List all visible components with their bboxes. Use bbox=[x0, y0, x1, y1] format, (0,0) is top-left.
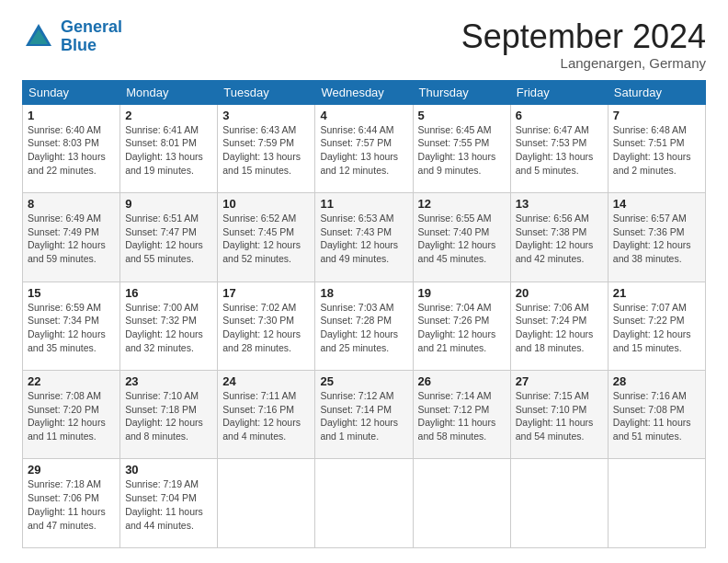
day-number: 15 bbox=[28, 286, 115, 300]
day-info: Sunrise: 6:57 AM Sunset: 7:36 PM Dayligh… bbox=[613, 212, 700, 266]
day-number: 14 bbox=[613, 197, 700, 211]
day-info: Sunrise: 7:03 AM Sunset: 7:28 PM Dayligh… bbox=[320, 301, 407, 355]
calendar-cell: 16Sunrise: 7:00 AM Sunset: 7:32 PM Dayli… bbox=[120, 282, 218, 370]
day-info: Sunrise: 6:51 AM Sunset: 7:47 PM Dayligh… bbox=[125, 212, 212, 266]
day-number: 16 bbox=[125, 286, 212, 300]
day-number: 22 bbox=[28, 374, 115, 388]
calendar-cell bbox=[413, 459, 510, 548]
calendar-week-row: 1Sunrise: 6:40 AM Sunset: 8:03 PM Daylig… bbox=[23, 104, 706, 192]
calendar-cell: 14Sunrise: 6:57 AM Sunset: 7:36 PM Dayli… bbox=[608, 193, 705, 282]
calendar-cell: 29Sunrise: 7:18 AM Sunset: 7:06 PM Dayli… bbox=[23, 459, 120, 548]
calendar-cell: 10Sunrise: 6:52 AM Sunset: 7:45 PM Dayli… bbox=[218, 193, 315, 282]
calendar-cell: 28Sunrise: 7:16 AM Sunset: 7:08 PM Dayli… bbox=[608, 371, 705, 459]
day-info: Sunrise: 7:00 AM Sunset: 7:32 PM Dayligh… bbox=[125, 301, 212, 355]
calendar-week-row: 15Sunrise: 6:59 AM Sunset: 7:34 PM Dayli… bbox=[23, 282, 706, 370]
calendar-cell: 21Sunrise: 7:07 AM Sunset: 7:22 PM Dayli… bbox=[608, 282, 705, 370]
day-info: Sunrise: 6:48 AM Sunset: 7:51 PM Dayligh… bbox=[613, 123, 700, 178]
day-header-saturday: Saturday bbox=[608, 80, 705, 104]
calendar-cell: 4Sunrise: 6:44 AM Sunset: 7:57 PM Daylig… bbox=[315, 104, 413, 192]
day-header-wednesday: Wednesday bbox=[315, 80, 413, 104]
page: General Blue September 2024 Langenargen,… bbox=[0, 0, 728, 563]
calendar-cell: 17Sunrise: 7:02 AM Sunset: 7:30 PM Dayli… bbox=[218, 282, 315, 370]
calendar-cell: 18Sunrise: 7:03 AM Sunset: 7:28 PM Dayli… bbox=[315, 282, 413, 370]
day-number: 18 bbox=[320, 286, 407, 300]
day-info: Sunrise: 6:49 AM Sunset: 7:49 PM Dayligh… bbox=[28, 212, 115, 266]
day-info: Sunrise: 7:02 AM Sunset: 7:30 PM Dayligh… bbox=[222, 301, 310, 355]
day-number: 24 bbox=[222, 374, 310, 388]
day-info: Sunrise: 6:41 AM Sunset: 8:01 PM Dayligh… bbox=[125, 123, 212, 178]
day-number: 4 bbox=[320, 109, 407, 122]
calendar-cell: 27Sunrise: 7:15 AM Sunset: 7:10 PM Dayli… bbox=[510, 371, 608, 459]
logo-blue-text: Blue bbox=[61, 36, 97, 54]
day-info: Sunrise: 7:06 AM Sunset: 7:24 PM Dayligh… bbox=[516, 301, 603, 355]
day-number: 27 bbox=[516, 374, 603, 388]
calendar-week-row: 29Sunrise: 7:18 AM Sunset: 7:06 PM Dayli… bbox=[23, 459, 706, 548]
calendar-cell: 9Sunrise: 6:51 AM Sunset: 7:47 PM Daylig… bbox=[120, 193, 218, 282]
calendar-cell: 8Sunrise: 6:49 AM Sunset: 7:49 PM Daylig… bbox=[23, 193, 120, 282]
calendar-cell: 7Sunrise: 6:48 AM Sunset: 7:51 PM Daylig… bbox=[608, 104, 705, 192]
day-info: Sunrise: 7:10 AM Sunset: 7:18 PM Dayligh… bbox=[125, 389, 212, 443]
day-number: 29 bbox=[28, 463, 115, 477]
calendar-cell: 13Sunrise: 6:56 AM Sunset: 7:38 PM Dayli… bbox=[510, 193, 608, 282]
calendar-cell bbox=[510, 459, 608, 548]
day-number: 10 bbox=[222, 197, 310, 211]
calendar-week-row: 8Sunrise: 6:49 AM Sunset: 7:49 PM Daylig… bbox=[23, 193, 706, 282]
day-info: Sunrise: 6:43 AM Sunset: 7:59 PM Dayligh… bbox=[222, 123, 310, 178]
day-number: 20 bbox=[516, 286, 603, 300]
day-info: Sunrise: 6:52 AM Sunset: 7:45 PM Dayligh… bbox=[222, 212, 310, 266]
day-info: Sunrise: 6:47 AM Sunset: 7:53 PM Dayligh… bbox=[516, 123, 603, 178]
calendar-cell: 24Sunrise: 7:11 AM Sunset: 7:16 PM Dayli… bbox=[218, 371, 315, 459]
day-number: 8 bbox=[28, 197, 115, 211]
calendar-cell: 19Sunrise: 7:04 AM Sunset: 7:26 PM Dayli… bbox=[413, 282, 510, 370]
calendar-table: SundayMondayTuesdayWednesdayThursdayFrid… bbox=[22, 80, 706, 548]
day-info: Sunrise: 7:16 AM Sunset: 7:08 PM Dayligh… bbox=[613, 389, 700, 443]
day-header-friday: Friday bbox=[510, 80, 608, 104]
day-info: Sunrise: 6:53 AM Sunset: 7:43 PM Dayligh… bbox=[320, 212, 407, 266]
day-number: 26 bbox=[418, 374, 506, 388]
calendar-cell: 1Sunrise: 6:40 AM Sunset: 8:03 PM Daylig… bbox=[23, 104, 120, 192]
day-info: Sunrise: 7:07 AM Sunset: 7:22 PM Dayligh… bbox=[613, 301, 700, 355]
calendar-cell: 2Sunrise: 6:41 AM Sunset: 8:01 PM Daylig… bbox=[120, 104, 218, 192]
calendar-cell: 23Sunrise: 7:10 AM Sunset: 7:18 PM Dayli… bbox=[120, 371, 218, 459]
day-number: 13 bbox=[516, 197, 603, 211]
day-info: Sunrise: 7:19 AM Sunset: 7:04 PM Dayligh… bbox=[125, 477, 212, 532]
calendar-cell: 15Sunrise: 6:59 AM Sunset: 7:34 PM Dayli… bbox=[23, 282, 120, 370]
day-number: 17 bbox=[222, 286, 310, 300]
day-header-tuesday: Tuesday bbox=[218, 80, 315, 104]
calendar-cell: 11Sunrise: 6:53 AM Sunset: 7:43 PM Dayli… bbox=[315, 193, 413, 282]
month-title: September 2024 bbox=[461, 18, 706, 55]
calendar-cell bbox=[608, 459, 705, 548]
logo: General Blue bbox=[22, 18, 122, 55]
calendar-cell: 12Sunrise: 6:55 AM Sunset: 7:40 PM Dayli… bbox=[413, 193, 510, 282]
title-section: September 2024 Langenargen, Germany bbox=[461, 18, 706, 71]
day-number: 5 bbox=[418, 109, 506, 122]
day-number: 23 bbox=[125, 374, 212, 388]
day-number: 25 bbox=[320, 374, 407, 388]
calendar-cell: 20Sunrise: 7:06 AM Sunset: 7:24 PM Dayli… bbox=[510, 282, 608, 370]
day-header-sunday: Sunday bbox=[23, 80, 120, 104]
day-info: Sunrise: 6:45 AM Sunset: 7:55 PM Dayligh… bbox=[418, 123, 506, 178]
calendar-cell bbox=[315, 459, 413, 548]
day-number: 7 bbox=[613, 109, 700, 122]
day-number: 2 bbox=[125, 109, 212, 122]
day-info: Sunrise: 7:15 AM Sunset: 7:10 PM Dayligh… bbox=[516, 389, 603, 443]
calendar-cell: 26Sunrise: 7:14 AM Sunset: 7:12 PM Dayli… bbox=[413, 371, 510, 459]
day-number: 19 bbox=[418, 286, 506, 300]
day-number: 21 bbox=[613, 286, 700, 300]
logo-icon bbox=[22, 20, 55, 53]
day-number: 30 bbox=[125, 463, 212, 477]
day-info: Sunrise: 7:12 AM Sunset: 7:14 PM Dayligh… bbox=[320, 389, 407, 443]
calendar-header-row: SundayMondayTuesdayWednesdayThursdayFrid… bbox=[23, 80, 706, 104]
day-number: 3 bbox=[222, 109, 310, 122]
calendar-cell: 6Sunrise: 6:47 AM Sunset: 7:53 PM Daylig… bbox=[510, 104, 608, 192]
day-info: Sunrise: 7:11 AM Sunset: 7:16 PM Dayligh… bbox=[222, 389, 310, 443]
calendar-cell: 25Sunrise: 7:12 AM Sunset: 7:14 PM Dayli… bbox=[315, 371, 413, 459]
day-number: 1 bbox=[28, 109, 115, 122]
day-info: Sunrise: 6:40 AM Sunset: 8:03 PM Dayligh… bbox=[28, 123, 115, 178]
calendar-week-row: 22Sunrise: 7:08 AM Sunset: 7:20 PM Dayli… bbox=[23, 371, 706, 459]
day-info: Sunrise: 6:55 AM Sunset: 7:40 PM Dayligh… bbox=[418, 212, 506, 266]
day-info: Sunrise: 7:18 AM Sunset: 7:06 PM Dayligh… bbox=[28, 477, 115, 532]
location: Langenargen, Germany bbox=[461, 55, 706, 71]
calendar-cell: 5Sunrise: 6:45 AM Sunset: 7:55 PM Daylig… bbox=[413, 104, 510, 192]
day-info: Sunrise: 7:14 AM Sunset: 7:12 PM Dayligh… bbox=[418, 389, 506, 443]
